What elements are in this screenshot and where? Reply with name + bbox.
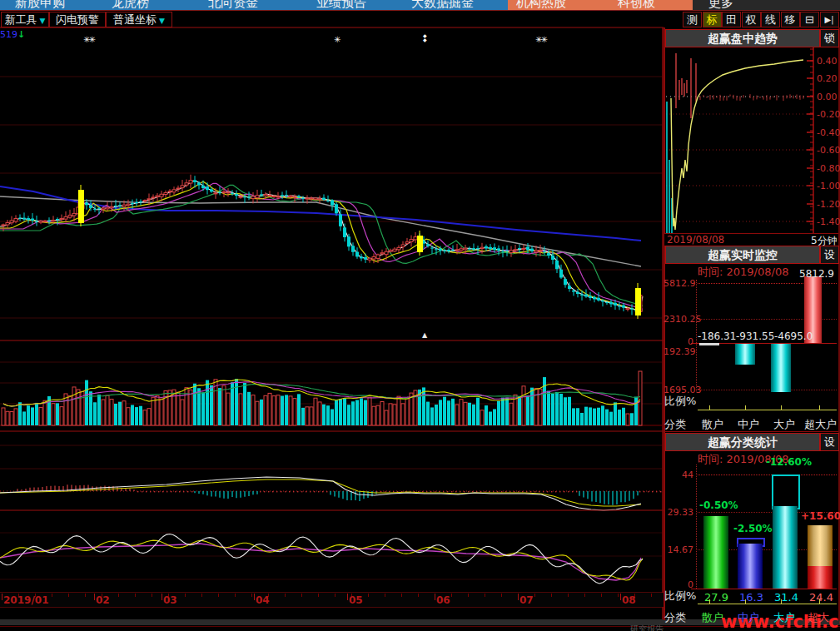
monitor-time-label: 时间:	[698, 266, 723, 278]
monitor-time-value: 2019/08/08	[727, 266, 789, 278]
trend-chart	[664, 47, 839, 234]
stats-ratio-large: 31.4	[774, 591, 798, 604]
stats-settings-button[interactable]: 设	[820, 433, 839, 451]
stats-ytick-4: 0	[664, 579, 693, 590]
stats-category-super-large: 超大	[808, 610, 829, 625]
stats-bar-large-outline	[772, 474, 800, 509]
stats-bar-super-large-top	[808, 525, 833, 566]
mark-tool-icon[interactable]: 标	[703, 12, 722, 27]
trend-ytick-6: -0.60	[817, 145, 840, 156]
stats-category-medium: 中户	[738, 610, 759, 625]
stats-bar-super-large-bottom	[808, 566, 833, 589]
footer-divider	[0, 626, 840, 627]
stats-ratio-label: 比例%	[664, 589, 696, 604]
monitor-ytick-4: 192.39	[664, 346, 693, 357]
measure-tool-icon[interactable]: 测	[683, 12, 702, 27]
x-axis-label-8: 08	[622, 594, 636, 606]
monitor-category-medium: 中户	[738, 417, 759, 432]
stats-category-retail: 散户	[702, 610, 723, 625]
price-label: 519↓	[0, 29, 25, 40]
stats-bar-medium	[738, 544, 763, 589]
monitor-ytick-1: 5812.9	[664, 278, 693, 289]
stats-pct-super-large: +15.60%	[801, 510, 840, 522]
stats-category-large: 大户	[773, 610, 795, 625]
arrow-down-icon: ↓	[17, 29, 25, 40]
grid-layout-tool-icon[interactable]: 田	[722, 12, 741, 27]
trend-ytick-4: -0.20	[817, 109, 840, 120]
monitor-bar-medium	[735, 344, 755, 365]
stats-ytick-2: 29.33	[664, 507, 693, 518]
trend-panel-header: 超赢盘中趋势	[665, 29, 820, 47]
kline-chart	[0, 0, 664, 620]
event-marker-1: ✳✳	[83, 37, 94, 43]
move-tool-icon[interactable]: 移	[781, 12, 800, 27]
x-axis-strip: 2019/0102030405060708	[0, 593, 664, 607]
trend-footer: 2019/08/08 5分钟	[664, 233, 838, 246]
stats-ratio-retail: 27.9	[704, 591, 728, 604]
footer-report-label[interactable]: 研究报告	[630, 624, 664, 631]
stats-ruler	[698, 604, 837, 604]
monitor-panel-header: 超赢实时监控	[665, 246, 820, 264]
next-page-tool-icon[interactable]: ▶|	[820, 12, 839, 27]
monitor-settings-button[interactable]: 设	[820, 246, 839, 264]
x-axis-label-7: 07	[519, 594, 534, 606]
monitor-ytick-2: 2310.25	[664, 314, 693, 325]
stats-pct-retail: -0.50%	[699, 499, 738, 511]
trend-ytick-3: 0.00	[817, 92, 838, 102]
event-marker-2: ✳	[334, 37, 339, 43]
event-marker-4: ✳✳	[535, 37, 546, 43]
x-axis-label-1: 2019/01	[3, 594, 48, 606]
monitor-bar-large	[771, 344, 791, 392]
monitor-category-large: 大户	[773, 417, 795, 432]
triangle-marker-icon: ▲	[422, 331, 427, 339]
stats-time-label: 时间:	[698, 453, 723, 465]
x-axis-label-2: 02	[96, 594, 110, 606]
monitor-class-label: 分类	[664, 417, 686, 432]
monitor-bar-retail	[699, 343, 719, 345]
stats-ytick-1: 44	[664, 470, 693, 480]
stats-bar-retail	[703, 516, 728, 589]
stats-ratio-medium: 16.3	[739, 591, 763, 604]
monitor-ytick-5: 1695.03	[664, 385, 693, 395]
monitor-ruler	[698, 410, 837, 410]
rights-adjust-tool-icon[interactable]: 权	[742, 12, 761, 27]
stats-bar-large	[773, 506, 798, 589]
trend-ytick-9: -1.20	[817, 199, 840, 210]
x-axis-label-4: 04	[256, 594, 270, 606]
x-axis-label-5: 05	[349, 594, 363, 606]
x-axis-label-6: 06	[436, 594, 450, 606]
stats-ytick-3: 14.67	[664, 544, 693, 555]
monitor-category-super-large: 超大户	[804, 417, 837, 432]
stats-class-label: 分类	[664, 610, 686, 625]
stats-zero-line	[691, 589, 837, 589]
stats-panel-header: 超赢分类统计	[665, 433, 820, 451]
monitor-top-value: 5812.9	[799, 268, 834, 280]
monitor-time: 时间: 2019/08/08	[698, 265, 788, 280]
stats-pct-large: -12.60%	[766, 456, 812, 468]
trend-ytick-1: 0.40	[817, 56, 838, 67]
event-marker-3: ◆◆	[423, 33, 427, 42]
monitor-value-1: -186.31	[698, 330, 736, 342]
trend-ytick-8: -1.00	[817, 181, 840, 191]
stock-analysis-app: 新股申购龙虎榜北向资金业绩预告大数据掘金机构热股科创板更多 新工具 ▼闪电预警普…	[0, 0, 840, 631]
line-tool-icon[interactable]: 线	[761, 12, 780, 27]
window-tool-icon[interactable]: ⊟	[800, 12, 819, 27]
stats-pct-medium: -2.50%	[733, 523, 773, 534]
stats-ratio-super-large: 24.4	[809, 591, 833, 604]
menu-item-8[interactable]: 更多	[708, 0, 733, 11]
price-value: 519	[0, 29, 17, 40]
trend-ytick-7: -0.80	[817, 163, 840, 174]
monitor-category-retail: 散户	[702, 417, 723, 432]
monitor-ratio-label: 比例%	[664, 394, 696, 409]
monitor-value-2: -931.55	[736, 330, 774, 342]
trend-lock-button[interactable]: 锁	[820, 29, 839, 47]
x-axis-label-3: 03	[163, 594, 177, 606]
trend-ytick-10: -1.40	[817, 216, 840, 227]
trend-date: 2019/08/08	[667, 234, 724, 246]
monitor-value-3: -4695.0	[774, 330, 813, 342]
trend-ytick-5: -0.40	[817, 127, 840, 138]
trend-ytick-2: 0.20	[817, 73, 838, 84]
